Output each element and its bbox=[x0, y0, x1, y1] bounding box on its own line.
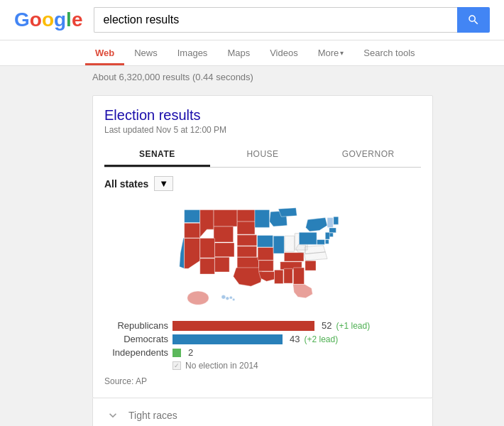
us-map-container bbox=[104, 198, 421, 312]
svg-marker-5 bbox=[200, 210, 214, 238]
tight-races-label: Tight races bbox=[128, 410, 177, 421]
democrats-count: 43 bbox=[290, 334, 300, 344]
tight-races-section[interactable]: Tight races bbox=[92, 398, 433, 426]
google-logo[interactable]: Google bbox=[14, 9, 82, 31]
republicans-lead: (+1 lead) bbox=[336, 321, 370, 331]
nav-item-videos[interactable]: Videos bbox=[260, 40, 308, 65]
card-subtitle: Last updated Nov 5 at 12:00 PM bbox=[104, 125, 421, 135]
no-election-label: No election in 2014 bbox=[185, 361, 258, 371]
independents-label: Independents bbox=[104, 347, 168, 358]
svg-rect-14 bbox=[237, 235, 257, 246]
nav-item-more[interactable]: More bbox=[308, 40, 354, 65]
svg-rect-43 bbox=[329, 228, 336, 233]
svg-point-51 bbox=[229, 296, 232, 299]
state-selector-label: All states bbox=[104, 178, 148, 190]
header: Google election results bbox=[0, 0, 504, 40]
svg-rect-47 bbox=[325, 232, 329, 239]
svg-marker-25 bbox=[278, 208, 297, 217]
chevron-down-icon bbox=[104, 407, 121, 424]
svg-rect-29 bbox=[284, 253, 304, 261]
democrats-bar bbox=[172, 334, 283, 344]
democrats-label: Democrats bbox=[104, 334, 168, 344]
svg-rect-6 bbox=[214, 210, 237, 226]
svg-rect-16 bbox=[237, 257, 258, 268]
svg-rect-1 bbox=[185, 210, 200, 223]
search-input[interactable]: election results bbox=[94, 7, 457, 33]
svg-rect-19 bbox=[255, 210, 270, 228]
election-tabs: SENATE HOUSE GOVERNOR bbox=[104, 143, 421, 168]
election-legend: Republicans 52 (+1 lead) Democrats 43 (+… bbox=[104, 320, 421, 371]
no-election-row: ✓ No election in 2014 bbox=[104, 361, 421, 371]
svg-rect-41 bbox=[327, 218, 333, 228]
svg-marker-34 bbox=[293, 284, 313, 297]
legend-row-independents: Independents 2 bbox=[104, 347, 421, 358]
svg-point-52 bbox=[233, 298, 235, 300]
svg-rect-9 bbox=[200, 239, 215, 258]
card-title: Election results bbox=[104, 107, 421, 124]
nav-bar: Web News Images Maps Videos More Search … bbox=[0, 40, 504, 66]
svg-rect-32 bbox=[284, 268, 292, 283]
svg-rect-22 bbox=[258, 261, 273, 271]
republicans-label: Republicans bbox=[104, 320, 168, 331]
svg-rect-39 bbox=[299, 232, 317, 244]
svg-rect-45 bbox=[317, 239, 324, 244]
svg-point-50 bbox=[226, 297, 229, 300]
republicans-bar bbox=[172, 321, 314, 331]
nav-item-news[interactable]: News bbox=[124, 40, 168, 65]
nav-item-web[interactable]: Web bbox=[85, 40, 124, 65]
main-content: Election results Last updated Nov 5 at 1… bbox=[0, 88, 504, 426]
tab-governor[interactable]: GOVERNOR bbox=[315, 143, 421, 167]
republicans-count: 52 bbox=[322, 320, 332, 331]
svg-rect-31 bbox=[275, 270, 283, 283]
election-card: Election results Last updated Nov 5 at 1… bbox=[92, 95, 433, 398]
us-map bbox=[156, 198, 369, 312]
no-election-icon: ✓ bbox=[172, 361, 181, 370]
svg-rect-35 bbox=[305, 261, 316, 271]
svg-marker-3 bbox=[180, 238, 185, 268]
nav-item-images[interactable]: Images bbox=[168, 40, 218, 65]
svg-point-48 bbox=[187, 291, 209, 305]
svg-rect-27 bbox=[285, 236, 295, 251]
svg-rect-13 bbox=[237, 222, 255, 234]
svg-rect-12 bbox=[237, 210, 255, 222]
svg-rect-10 bbox=[200, 258, 215, 274]
search-icon bbox=[467, 13, 480, 26]
svg-point-49 bbox=[221, 295, 226, 300]
svg-rect-42 bbox=[334, 217, 339, 224]
legend-row-republicans: Republicans 52 (+1 lead) bbox=[104, 320, 421, 331]
svg-rect-20 bbox=[258, 235, 273, 247]
search-bar: election results bbox=[94, 7, 490, 33]
svg-rect-33 bbox=[293, 268, 304, 284]
tab-senate[interactable]: SENATE bbox=[104, 143, 210, 167]
svg-rect-26 bbox=[273, 236, 284, 253]
nav-item-maps[interactable]: Maps bbox=[217, 40, 260, 65]
state-selector: All states ▼ bbox=[104, 176, 421, 191]
nav-item-search-tools[interactable]: Search tools bbox=[354, 40, 424, 65]
legend-row-democrats: Democrats 43 (+2 lead) bbox=[104, 334, 421, 344]
democrats-lead: (+2 lead) bbox=[304, 334, 338, 344]
svg-rect-7 bbox=[214, 226, 234, 242]
results-count: About 6,320,000 results (0.44 seconds) bbox=[0, 66, 504, 88]
svg-rect-2 bbox=[185, 223, 200, 238]
independents-count: 2 bbox=[188, 347, 193, 358]
svg-rect-11 bbox=[214, 257, 229, 272]
tab-house[interactable]: HOUSE bbox=[210, 143, 316, 167]
state-dropdown-button[interactable]: ▼ bbox=[154, 176, 173, 191]
svg-rect-15 bbox=[237, 246, 257, 257]
source-text: Source: AP bbox=[104, 376, 421, 386]
svg-marker-17 bbox=[234, 268, 263, 286]
search-button[interactable] bbox=[457, 7, 490, 33]
svg-marker-4 bbox=[185, 239, 200, 269]
svg-rect-21 bbox=[258, 248, 273, 261]
svg-rect-46 bbox=[325, 239, 329, 244]
svg-rect-8 bbox=[214, 243, 234, 257]
svg-marker-40 bbox=[306, 218, 327, 231]
independents-box bbox=[172, 349, 181, 357]
